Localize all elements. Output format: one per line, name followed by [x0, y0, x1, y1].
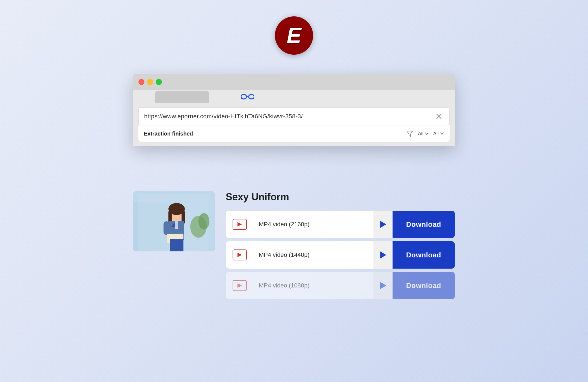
main-content: Sexy Uniform MP4 video (2160p) Download	[133, 191, 455, 299]
download-button-2160p[interactable]: Download	[393, 211, 455, 238]
filter-area: All All	[406, 130, 444, 137]
browser-tabs-area	[133, 90, 455, 103]
browser-titlebar	[133, 74, 455, 90]
format-label-2160p: MP4 video (2160p)	[253, 221, 373, 228]
filter-dropdown-2[interactable]: All	[433, 131, 444, 137]
svg-rect-1	[249, 95, 254, 99]
format-icon-area-2160p	[226, 219, 253, 230]
format-row-2160p: MP4 video (2160p) Download	[226, 210, 455, 238]
chevron-down-icon-2	[440, 131, 444, 136]
filter-dropdown-1[interactable]: All	[418, 131, 429, 137]
filter-icon[interactable]	[406, 130, 414, 137]
svg-rect-0	[241, 95, 247, 99]
video-format-icon-1080p	[233, 280, 247, 291]
format-label-1080p: MP4 video (1080p)	[253, 282, 373, 289]
thumbnail-image	[133, 191, 215, 251]
link-icon	[241, 92, 254, 101]
thumbnail-illustration	[133, 191, 215, 251]
svg-rect-18	[164, 221, 170, 235]
svg-marker-5	[407, 131, 413, 136]
video-section: Sexy Uniform MP4 video (2160p) Download	[133, 191, 455, 299]
svg-rect-17	[175, 221, 178, 229]
preview-play-icon-1440p	[380, 251, 386, 259]
minimize-button[interactable]	[147, 79, 153, 85]
maximize-button[interactable]	[156, 79, 162, 85]
format-icon-area-1080p	[226, 280, 253, 291]
format-list: MP4 video (2160p) Download MP4 video (14…	[226, 210, 455, 299]
download-button-1440p[interactable]: Download	[393, 241, 455, 269]
svg-point-10	[198, 213, 209, 230]
extraction-status: Extraction finished	[144, 131, 406, 137]
video-thumbnail	[133, 191, 215, 251]
svg-rect-21	[170, 239, 183, 251]
extraction-bar: Extraction finished All All	[138, 125, 450, 142]
url-clear-button[interactable]	[434, 111, 444, 121]
video-title: Sexy Uniform	[226, 191, 455, 203]
format-row-1440p: MP4 video (1440p) Download	[226, 241, 455, 269]
play-icon-1080p	[237, 283, 242, 288]
preview-play-icon-2160p	[380, 221, 386, 228]
video-info: Sexy Uniform MP4 video (2160p) Download	[226, 191, 455, 299]
format-row-1080p: MP4 video (1080p) Download	[226, 272, 455, 299]
download-button-1080p[interactable]: Download	[393, 272, 455, 299]
preview-button-1440p[interactable]	[373, 241, 393, 269]
browser-content-area: https://www.eporner.com/video-HfTklbTa6N…	[133, 103, 455, 146]
play-icon-1440p	[237, 253, 242, 257]
video-format-icon-1440p	[233, 249, 247, 260]
format-label-1440p: MP4 video (1440p)	[253, 251, 373, 258]
preview-play-icon-1080p	[380, 282, 386, 289]
play-icon-2160p	[237, 222, 242, 227]
browser-tab-active[interactable]	[209, 90, 286, 103]
svg-rect-19	[178, 221, 184, 235]
close-button[interactable]	[138, 79, 144, 85]
video-format-icon-2160p	[233, 219, 247, 230]
app-icon-container: E	[275, 16, 313, 82]
url-bar: https://www.eporner.com/video-HfTklbTa6N…	[138, 107, 450, 125]
filter-label-1: All	[418, 131, 423, 137]
url-input[interactable]: https://www.eporner.com/video-HfTklbTa6N…	[144, 113, 434, 120]
chevron-down-icon-1	[424, 131, 429, 136]
app-icon-letter: E	[287, 23, 301, 48]
close-icon	[435, 113, 443, 120]
browser-tab-inactive-1[interactable]	[155, 91, 209, 103]
app-icon: E	[275, 16, 313, 55]
format-icon-area-1440p	[226, 249, 253, 260]
preview-button-2160p[interactable]	[373, 211, 393, 238]
preview-button-1080p[interactable]	[373, 272, 393, 299]
browser-window: https://www.eporner.com/video-HfTklbTa6N…	[133, 74, 455, 146]
filter-label-2: All	[433, 131, 439, 137]
